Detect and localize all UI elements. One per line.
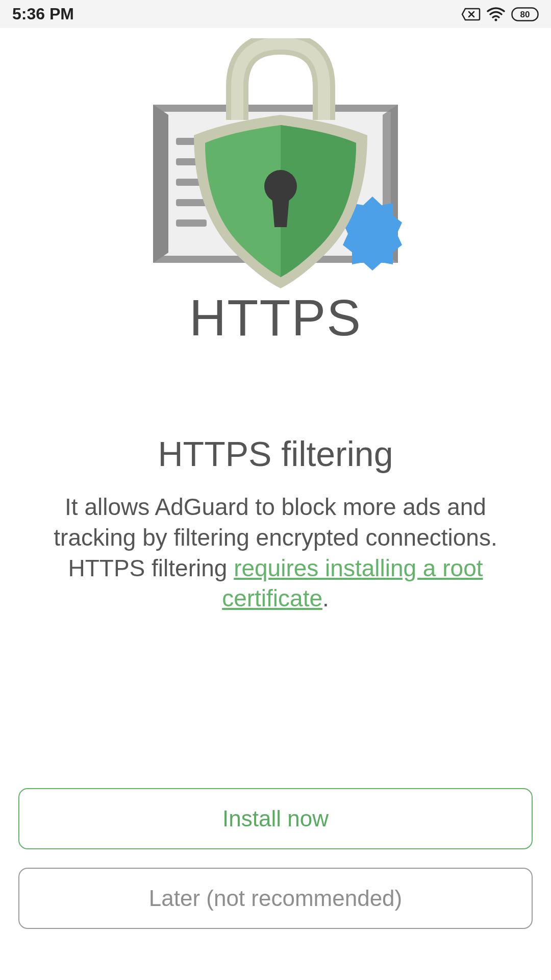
battery-icon: 80 xyxy=(511,7,539,21)
section-title: HTTPS filtering xyxy=(158,434,393,474)
root-cert-link[interactable]: requires installing a root certificate xyxy=(222,555,483,612)
status-bar: 5:36 PM 80 xyxy=(0,0,551,28)
desc-text-2: . xyxy=(322,585,329,611)
battery-level: 80 xyxy=(520,9,530,19)
svg-rect-10 xyxy=(176,219,207,227)
svg-marker-4 xyxy=(153,105,168,263)
description: It allows AdGuard to block more ads and … xyxy=(26,492,525,614)
svg-rect-9 xyxy=(176,199,207,206)
main-content: HTTPS HTTPS filtering It allows AdGuard … xyxy=(0,28,551,614)
wifi-icon xyxy=(487,7,505,21)
later-button[interactable]: Later (not recommended) xyxy=(18,868,533,929)
hero-illustration xyxy=(107,38,444,299)
svg-point-0 xyxy=(495,18,497,21)
status-icons: 80 xyxy=(461,7,539,21)
status-time: 5:36 PM xyxy=(12,5,74,23)
install-now-button[interactable]: Install now xyxy=(18,788,533,849)
button-group: Install now Later (not recommended) xyxy=(18,788,533,929)
sim-close-icon xyxy=(461,8,481,21)
